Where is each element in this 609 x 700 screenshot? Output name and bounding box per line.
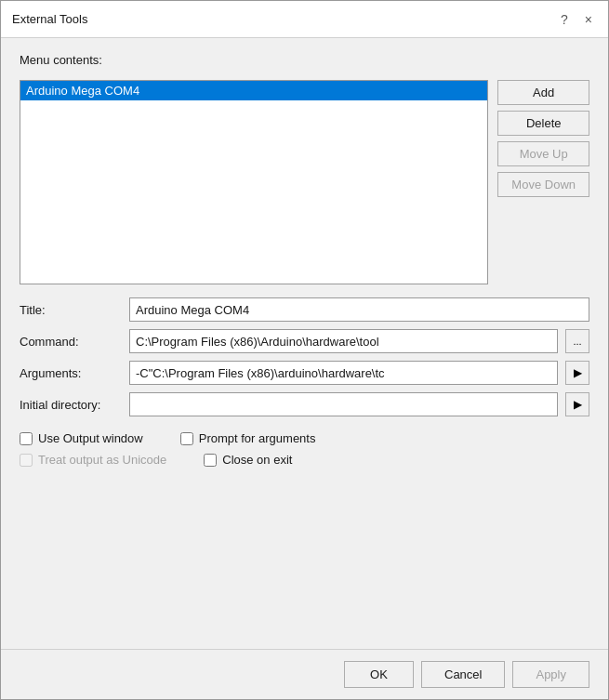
use-output-window-label: Use Output window xyxy=(38,431,143,445)
menu-contents-label: Menu contents: xyxy=(20,53,589,67)
prompt-for-arguments-label: Prompt for arguments xyxy=(199,431,316,445)
arguments-input[interactable] xyxy=(129,361,558,385)
menu-area: Arduino Mega COM4 Add Delete Move Up Mov… xyxy=(20,80,589,284)
move-up-button[interactable]: Move Up xyxy=(497,141,589,166)
ok-button[interactable]: OK xyxy=(344,661,414,688)
form-area: Title: Command: ... Arguments: ▶ Initial… xyxy=(20,297,589,416)
title-bar-controls: ? × xyxy=(556,11,597,28)
arguments-arrow-button[interactable]: ▶ xyxy=(565,361,589,385)
command-label: Command: xyxy=(20,335,122,349)
close-on-exit-checkbox[interactable]: Close on exit xyxy=(204,453,292,467)
close-button[interactable]: × xyxy=(580,11,597,28)
title-bar: External Tools ? × xyxy=(1,1,608,38)
title-input[interactable] xyxy=(129,297,589,322)
title-label: Title: xyxy=(20,303,122,317)
use-output-window-checkbox[interactable]: Use Output window xyxy=(20,431,143,445)
initial-dir-input[interactable] xyxy=(129,392,558,416)
initial-dir-label: Initial directory: xyxy=(20,398,122,412)
menu-buttons: Add Delete Move Up Move Down xyxy=(497,80,589,197)
dialog-body: Menu contents: Arduino Mega COM4 Add Del… xyxy=(1,38,608,649)
dialog-title: External Tools xyxy=(12,12,87,26)
arguments-row: Arguments: ▶ xyxy=(20,361,589,385)
initial-dir-arrow-button[interactable]: ▶ xyxy=(565,392,589,416)
close-on-exit-label: Close on exit xyxy=(222,453,292,467)
checkbox-row-1: Use Output window Prompt for arguments xyxy=(20,431,589,445)
add-button[interactable]: Add xyxy=(497,80,589,105)
external-tools-dialog: External Tools ? × Menu contents: Arduin… xyxy=(0,0,609,700)
command-browse-button[interactable]: ... xyxy=(565,329,589,353)
move-down-button[interactable]: Move Down xyxy=(497,172,589,197)
menu-list[interactable]: Arduino Mega COM4 xyxy=(20,80,488,284)
help-button[interactable]: ? xyxy=(556,11,573,28)
initial-dir-row: Initial directory: ▶ xyxy=(20,392,589,416)
title-row: Title: xyxy=(20,297,589,322)
apply-button[interactable]: Apply xyxy=(512,661,589,688)
cancel-button[interactable]: Cancel xyxy=(421,661,505,688)
command-input[interactable] xyxy=(129,329,558,353)
checkboxes-area: Use Output window Prompt for arguments T… xyxy=(20,431,589,467)
prompt-for-arguments-checkbox[interactable]: Prompt for arguments xyxy=(180,431,316,445)
list-item[interactable]: Arduino Mega COM4 xyxy=(20,81,487,100)
treat-output-unicode-label: Treat output as Unicode xyxy=(38,453,166,467)
command-row: Command: ... xyxy=(20,329,589,353)
arguments-label: Arguments: xyxy=(20,366,122,380)
delete-button[interactable]: Delete xyxy=(497,111,589,136)
dialog-footer: OK Cancel Apply xyxy=(1,649,608,699)
checkbox-row-2: Treat output as Unicode Close on exit xyxy=(20,453,589,467)
treat-output-unicode-checkbox[interactable]: Treat output as Unicode xyxy=(20,453,166,467)
